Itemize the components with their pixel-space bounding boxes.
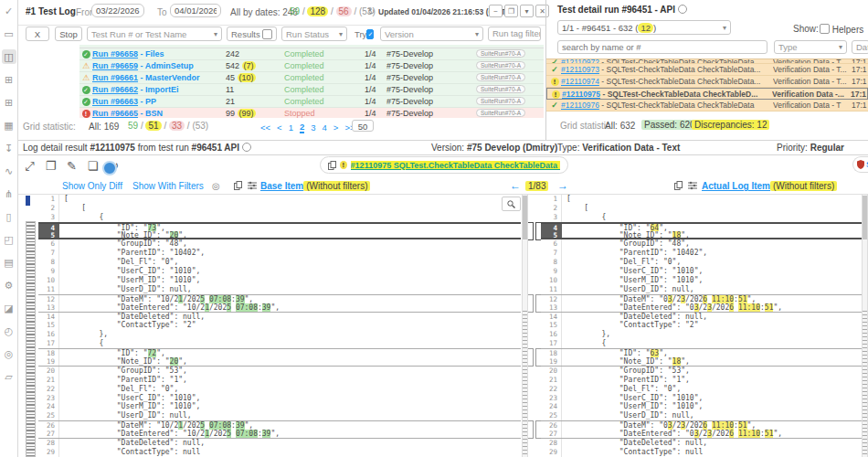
diff-line[interactable]: 12 "DateM": "03/23/2026 11:10:51", bbox=[541, 294, 863, 303]
run-select-combo[interactable]: 1/1 - #96451 - 632 (12) ▾ bbox=[557, 20, 731, 35]
diff-line[interactable]: 27 "DateEntered": "03/23/2026 11:10:51", bbox=[541, 430, 863, 439]
page-button[interactable]: < bbox=[277, 122, 282, 133]
diff-line[interactable]: 21 "ParentID": "1", bbox=[541, 376, 863, 385]
suite-tag[interactable]: SuiteRun#70-A bbox=[476, 73, 525, 81]
actual-item-pane[interactable]: 1[2 [3 {4 "ID": "64",5 "Note_ID": "18",6… bbox=[541, 195, 863, 457]
diff-line[interactable]: 1[ bbox=[541, 195, 863, 204]
diff-line[interactable]: 18 "ID": "72", bbox=[38, 348, 521, 357]
clipboard-icon[interactable]: ▯ bbox=[2, 209, 16, 224]
detail-radio-icon[interactable] bbox=[678, 5, 687, 14]
detail-search-input[interactable] bbox=[557, 40, 767, 54]
table-row[interactable]: Run #96663 - PP 21 Completed 1/4 #75-Dev… bbox=[79, 96, 544, 108]
diff-map-bar[interactable] bbox=[26, 221, 36, 457]
page-button[interactable]: 1 bbox=[289, 122, 293, 133]
show-only-diff-link[interactable]: Show Only Diff bbox=[62, 181, 122, 191]
show-with-filters-link[interactable]: Show With Filters bbox=[132, 181, 204, 191]
diff-line[interactable]: 2 [ bbox=[541, 204, 863, 213]
diff-line[interactable]: 10 "UserM_ID": "1010", bbox=[541, 276, 863, 285]
note-icon[interactable]: ▱ bbox=[2, 369, 16, 384]
diff-line[interactable]: 9 "UserC_ID": "1010", bbox=[38, 267, 521, 276]
briefcase-icon[interactable]: ◪ bbox=[2, 301, 16, 315]
base-item-link[interactable]: Base Item bbox=[260, 181, 303, 191]
result-id-link[interactable]: #12110976 bbox=[561, 101, 599, 110]
current-result-link[interactable]: #12110975 SQLTest.CheckTableData CheckTa… bbox=[351, 161, 560, 170]
gear-doc-icon[interactable]: ⚙ bbox=[2, 278, 16, 292]
copy-panels-icon[interactable]: ◫ bbox=[2, 49, 16, 64]
users-icon[interactable]: ◎ bbox=[2, 346, 16, 361]
run-link[interactable]: Run #96665 bbox=[92, 109, 138, 118]
suite-tag[interactable]: SuiteRun#70-A bbox=[476, 61, 525, 69]
diff-line[interactable]: 3 { bbox=[541, 213, 863, 222]
clear-filter-button[interactable]: X bbox=[26, 27, 49, 41]
helpers-filter[interactable]: Helpers bbox=[820, 24, 863, 35]
refresh-icon[interactable]: ↻ bbox=[367, 6, 375, 16]
diff-line[interactable]: 21 "ParentID": "1", bbox=[38, 376, 521, 385]
diff-line[interactable]: 12 "DateM": "10/21/2025 07:08:39", bbox=[38, 294, 521, 303]
suite-tag[interactable]: SuiteRun#70-A bbox=[476, 85, 525, 93]
diff-line[interactable]: 3 { bbox=[38, 213, 521, 222]
diff-line[interactable]: 20 "GroupID": "53", bbox=[38, 367, 521, 376]
diff-line[interactable]: 22 "Del_Fl": "0", bbox=[541, 385, 863, 394]
prev-diff-arrow[interactable]: ← bbox=[510, 179, 521, 192]
page-button[interactable]: 2 bbox=[300, 122, 304, 133]
diff-line[interactable]: 6 "GroupID": "48", bbox=[541, 239, 863, 249]
doc-export-icon[interactable]: ↧ bbox=[2, 141, 16, 155]
diff-line[interactable]: 14 "DateDeleted": null, bbox=[38, 313, 521, 322]
chart-icon[interactable]: ∿ bbox=[2, 164, 16, 178]
results-filter[interactable]: Results bbox=[227, 27, 277, 41]
diff-line[interactable]: 22 "Del_Fl": "0", bbox=[38, 385, 521, 394]
run-link[interactable]: Run #96663 bbox=[92, 97, 138, 106]
table-row[interactable]: Run #96659 - AdminSetup 542 (7) Complete… bbox=[79, 60, 544, 72]
close-button[interactable]: ✕ bbox=[535, 5, 549, 17]
log-radio-icon[interactable] bbox=[242, 143, 251, 152]
log-detail-row[interactable]: #12110973 - SQLTest-CheckTableData Check… bbox=[546, 64, 868, 76]
actual-log-item-link[interactable]: Actual Log Item bbox=[702, 181, 770, 191]
diff-line[interactable]: 23 "UserC_ID": "1010", bbox=[38, 394, 521, 403]
run-link[interactable]: Run #96658 bbox=[92, 49, 138, 58]
left-pane-scrollbar[interactable] bbox=[522, 195, 528, 457]
diff-line[interactable]: 23 "UserC_ID": "1010", bbox=[541, 394, 863, 403]
table-row[interactable]: Run #96658 - Files 242 Completed 1/4 #75… bbox=[79, 48, 544, 60]
try-filter[interactable]: Try✓ bbox=[351, 27, 376, 41]
to-date-input[interactable] bbox=[170, 4, 221, 17]
log-detail-row[interactable]: #12110975 - SQLTest-CheckTableData Check… bbox=[546, 88, 868, 100]
diff-line[interactable]: 6 "GroupID": "48", bbox=[38, 239, 521, 249]
run-status-combo[interactable]: Run Status▾ bbox=[281, 27, 347, 41]
actual-copy-icon[interactable] bbox=[674, 181, 683, 190]
next-diff-arrow[interactable]: → bbox=[557, 179, 568, 192]
run-link[interactable]: Run #96659 bbox=[92, 61, 138, 70]
diff-line[interactable]: 25 "UserD_ID": null, bbox=[38, 411, 521, 420]
diff-line[interactable]: 29 "ContactType": null bbox=[541, 448, 863, 457]
diff-line[interactable]: 16 }, bbox=[541, 330, 863, 339]
diff-line[interactable]: 9 "UserC_ID": "1010", bbox=[541, 267, 863, 276]
diff-line[interactable]: 26 "DateM": "03/23/2026 11:10:51", bbox=[541, 420, 863, 430]
duplicate-icon[interactable]: ❏ bbox=[86, 159, 100, 173]
diff-line[interactable]: 18 "ID": "63", bbox=[541, 348, 863, 357]
suite-tag[interactable]: SuiteRun#70-A bbox=[476, 109, 525, 117]
diff-line[interactable]: 19 "Note_ID": "18", bbox=[541, 357, 863, 367]
table-icon[interactable]: ▤ bbox=[2, 255, 16, 270]
table-row[interactable]: Run #96661 - MasterVendor 45 (10) Comple… bbox=[79, 72, 544, 84]
diff-line[interactable]: 7 "ParentID": "10402", bbox=[541, 249, 863, 258]
diff-line[interactable]: 11 "UserD_ID": null, bbox=[38, 285, 521, 294]
page-button[interactable]: << bbox=[260, 122, 270, 133]
log-detail-row[interactable]: #12110976 - SQLTest-CheckTableData Check… bbox=[546, 100, 868, 112]
suite-tag[interactable]: SuiteRun#70-A bbox=[476, 97, 525, 105]
diff-line[interactable]: 28 "DateDeleted": null, bbox=[38, 439, 521, 448]
diff-line[interactable]: 2 [ bbox=[38, 204, 521, 213]
diff-line[interactable]: 24 "UserM_ID": "1010", bbox=[541, 402, 863, 411]
page-size-input[interactable]: 50 bbox=[352, 120, 374, 132]
hierarchy-icon[interactable]: ⋔ bbox=[2, 186, 16, 201]
suite-tag[interactable]: SuiteRun#70-A bbox=[476, 49, 525, 58]
menu-button[interactable]: ▾ bbox=[520, 5, 534, 17]
search-in-diff-button[interactable] bbox=[502, 197, 521, 211]
grid-add-icon-2[interactable]: ⊞ bbox=[2, 95, 16, 110]
diff-line[interactable]: 24 "UserM_ID": "1010", bbox=[38, 402, 521, 411]
diff-line[interactable]: 15 "ContactType": "2" bbox=[38, 321, 521, 330]
diff-line[interactable]: 4 "ID": "73", bbox=[38, 222, 521, 231]
screen-icon[interactable]: ▭ bbox=[2, 27, 16, 41]
diff-line[interactable]: 8 "Del_Fl": "0", bbox=[38, 258, 521, 267]
diff-line[interactable]: 28 "DateDeleted": null, bbox=[541, 439, 863, 448]
diff-line[interactable]: 11 "UserD_ID": null, bbox=[541, 285, 863, 294]
stop-button[interactable]: Stop bbox=[55, 27, 82, 41]
